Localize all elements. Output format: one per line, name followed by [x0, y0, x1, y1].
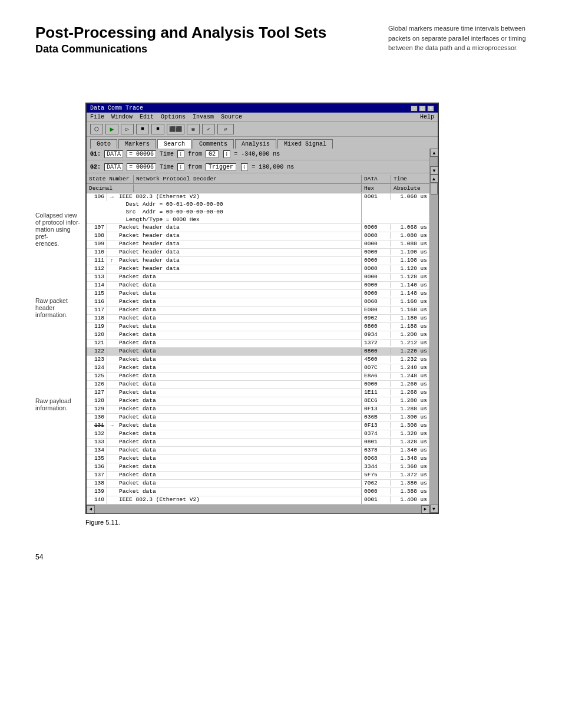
row-desc: Packet data	[117, 364, 362, 372]
g1-result: = -340,000 ns	[234, 151, 280, 157]
tab-analysis[interactable]: Analysis	[235, 139, 276, 149]
close-button[interactable]: ×	[427, 106, 434, 111]
row-arrow	[107, 290, 117, 291]
row-data: 0000	[362, 274, 391, 280]
table-row: 124Packet data007C1.240 us	[87, 364, 429, 373]
g2-value: = 00096	[127, 163, 156, 171]
row-time: 1.288 us	[391, 406, 429, 412]
subheader-decimal: Decimal	[87, 185, 134, 192]
v-scroll-thumb[interactable]	[431, 183, 438, 195]
maximize-button[interactable]: □	[419, 106, 426, 111]
row-data: 0934	[362, 331, 391, 338]
row-arrow	[107, 480, 117, 480]
tab-markers[interactable]: Markers	[118, 139, 156, 149]
table-row: 129Packet data0F131.288 us	[87, 406, 429, 414]
toolbar-btn-1[interactable]: ⬡	[90, 124, 103, 134]
row-time: 1.140 us	[391, 282, 429, 288]
subheader-empty	[134, 185, 362, 192]
row-arrow	[107, 265, 117, 266]
row-number: 135	[87, 455, 107, 463]
row-time: 1.200 us	[391, 331, 429, 338]
table-row: 113Packet data00001.128 us	[87, 274, 429, 282]
table-row: 126Packet data00001.260 us	[87, 381, 429, 389]
tab-comments[interactable]: Comments	[193, 139, 234, 149]
marker-scrollbar[interactable]: ▲ ▼	[429, 149, 438, 174]
h-scroll-left-btn[interactable]: ◄	[87, 505, 95, 513]
v-scroll-track	[430, 183, 438, 505]
g1-result-type: ↕	[223, 150, 230, 158]
v-scroll-up-btn[interactable]: ▲	[430, 174, 438, 183]
tab-mixed-signal[interactable]: Mixed Signal	[277, 139, 333, 149]
row-data: 0068	[362, 455, 391, 462]
toolbar-btn-9[interactable]: ⇌	[217, 124, 234, 134]
g2-type: DATA	[104, 163, 123, 171]
row-desc: Packet data	[117, 406, 362, 413]
menu-options[interactable]: Options	[161, 114, 186, 120]
row-data: 0000	[362, 224, 391, 230]
g2-result: = 180,000 ns	[252, 164, 294, 170]
row-number: 108	[87, 232, 107, 240]
marker-g1-row: G1: DATA = 00096 Time ↕ from G2 ↕ = -340…	[87, 149, 429, 160]
table-row: 122Packet data08001.220 us	[87, 348, 429, 356]
row-time: 1.108 us	[391, 257, 429, 263]
row-number: 134	[87, 447, 107, 454]
v-scrollbar[interactable]: ▲ ▼	[429, 174, 438, 513]
row-time: 1.068 us	[391, 224, 429, 230]
header-protocol: Network Protocol Decoder	[134, 175, 362, 183]
menu-items: File Window Edit Options Invasm Source	[90, 114, 242, 120]
row-data: 0F13	[362, 406, 391, 412]
h-scroll-right-btn[interactable]: ►	[421, 505, 429, 513]
menu-edit[interactable]: Edit	[140, 114, 154, 120]
toolbar-btn-7[interactable]: ⊞	[187, 124, 200, 134]
row-desc: Packet data	[117, 422, 362, 430]
toolbar-btn-6[interactable]: ⬛⬛	[167, 124, 184, 134]
menu-help[interactable]: Help	[420, 114, 434, 120]
row-data: 0000	[362, 265, 391, 272]
window-title: Data Comm Trace	[90, 105, 143, 111]
row-arrow	[107, 249, 117, 249]
h-scroll-track[interactable]	[95, 505, 421, 513]
table-row: 108Packet header data00001.080 us	[87, 232, 429, 241]
row-arrow	[107, 232, 117, 233]
left-annotations: Collapsed view of protocol infor-mation …	[35, 212, 81, 249]
toolbar-play-btn[interactable]: ▶	[105, 124, 118, 134]
g2-from-value: Trigger	[206, 163, 236, 171]
marker-section: G1: DATA = 00096 Time ↕ from G2 ↕ = -340…	[87, 149, 438, 174]
scroll-up-btn[interactable]: ▲	[430, 149, 438, 157]
toolbar-btn-3[interactable]: ▷	[121, 124, 134, 134]
minimize-button[interactable]: -	[411, 106, 418, 111]
row-arrow	[107, 488, 117, 489]
table-rows: 106→IEEE 802.3 (Ethernet V2) Dest Addr =…	[87, 193, 429, 505]
ann2-body: headerinformation.	[35, 304, 68, 318]
left-annotation-3: Raw payload information.	[35, 397, 81, 411]
table-row: 123Packet data45001.232 us	[87, 356, 429, 364]
g2-from-label: from	[188, 164, 202, 170]
toolbar-btn-5[interactable]: ■	[151, 124, 164, 134]
row-number: 107	[87, 224, 107, 232]
row-time: 1.212 us	[391, 340, 429, 346]
tab-goto[interactable]: Goto	[90, 139, 117, 149]
data-wrapper: State Number Network Protocol Decoder DA…	[87, 174, 438, 513]
h-scrollbar[interactable]: ◄ ►	[87, 505, 429, 513]
row-arrow	[107, 472, 117, 472]
menu-window[interactable]: Window	[111, 114, 133, 120]
row-data: 8EC6	[362, 397, 391, 404]
row-data: 0800	[362, 323, 391, 330]
toolbar-btn-4[interactable]: ■	[136, 124, 149, 134]
menu-source[interactable]: Source	[221, 114, 242, 120]
row-desc: Packet data	[117, 430, 362, 438]
row-number: 133	[87, 439, 107, 446]
v-scroll-down-btn[interactable]: ▼	[430, 505, 438, 513]
row-time: 1.320 us	[391, 430, 429, 437]
row-number: 123	[87, 356, 107, 364]
tab-search[interactable]: Search	[157, 139, 191, 149]
row-arrow	[107, 315, 117, 315]
row-number: 132	[87, 430, 107, 438]
row-arrow	[107, 348, 117, 348]
menu-file[interactable]: File	[90, 114, 104, 120]
table-row: 121Packet data13721.212 us	[87, 340, 429, 348]
toolbar-btn-8[interactable]: ✓	[202, 124, 215, 134]
row-data: 0801	[362, 439, 391, 445]
scroll-down-btn[interactable]: ▼	[430, 166, 438, 174]
menu-invasm[interactable]: Invasm	[193, 114, 214, 120]
